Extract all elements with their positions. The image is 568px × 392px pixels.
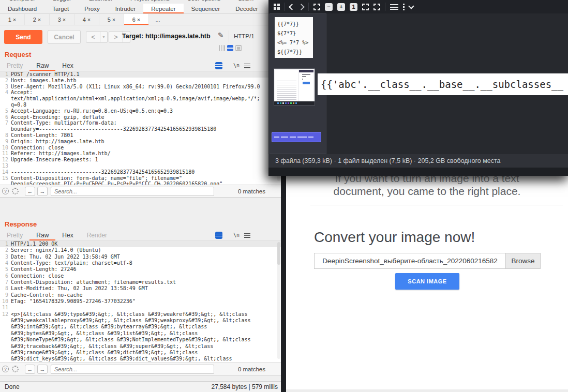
code-line: 8Content-Length: 7801: [0, 132, 281, 139]
fullscreen-icon[interactable]: [373, 4, 380, 10]
request-tab-raw[interactable]: Raw: [29, 61, 55, 71]
convert-heading: Convert your image now!: [314, 229, 475, 246]
fit-window-icon[interactable]: [313, 4, 320, 10]
burp-window: Comparer Logger Extender Project options…: [0, 0, 281, 392]
repeater-tab-more[interactable]: ...: [149, 14, 167, 25]
response-match-count: 0 matches: [238, 366, 265, 372]
tab-target[interactable]: Target: [44, 4, 77, 13]
thumbnail-ssti-payloads-file[interactable]: {{7*7}} ${7*7} <%= 7*7 %> ${{7*7}}: [275, 17, 313, 58]
response-tab-hex[interactable]: Hex: [55, 230, 80, 240]
folder-view-icon[interactable]: [390, 4, 398, 10]
tab-user-options[interactable]: User options: [178, 0, 230, 2]
layout-rows-button[interactable]: [227, 45, 233, 51]
next-image-icon[interactable]: [298, 4, 305, 10]
request-search-input[interactable]: [51, 187, 214, 196]
http-version-selector[interactable]: HTTP/1: [234, 33, 255, 39]
inspector-toggle-icon[interactable]: [215, 62, 222, 69]
search-prev-button[interactable]: ←: [25, 365, 35, 374]
thumbnail-selected-text-file[interactable]: [272, 132, 321, 142]
inspector-toggle-icon[interactable]: [215, 232, 222, 239]
response-tab-raw[interactable]: Raw: [29, 230, 55, 240]
zoom-original-icon[interactable]: 1: [350, 3, 357, 11]
request-tab-hex[interactable]: Hex: [55, 61, 80, 71]
repeater-tab-2[interactable]: 2 ×: [25, 14, 50, 25]
file-upload-field[interactable]: DeepinScreenshot_выберите-область_202206…: [314, 253, 541, 269]
response-scrollbar[interactable]: [277, 242, 280, 359]
show-newlines-icon[interactable]: \n: [233, 63, 240, 68]
response-editor[interactable]: 1HTTP/1.1 200 OK 2Server: nginx/1.14.0 (…: [0, 241, 281, 363]
history-back-button[interactable]: <: [86, 31, 100, 43]
tab-logger[interactable]: Logger: [44, 0, 80, 2]
fit-width-icon[interactable]: [362, 4, 369, 10]
editor-menu-icon[interactable]: [244, 233, 250, 238]
response-search-input[interactable]: [51, 365, 214, 374]
repeater-tab-6[interactable]: 6 ×: [124, 14, 149, 25]
tab-extender[interactable]: Extender: [80, 0, 122, 2]
tab-decoder[interactable]: Decoder: [228, 4, 265, 13]
search-next-button[interactable]: →: [37, 187, 48, 196]
thumbnail-screenshot-image[interactable]: [274, 68, 315, 105]
code-line: 13: [0, 163, 281, 169]
code-line: &#39;dict_keys&#39;&gt;, &lt;class &#39;…: [0, 356, 281, 362]
scan-image-button[interactable]: SCAN IMAGE: [395, 273, 459, 290]
search-next-button[interactable]: →: [37, 365, 48, 374]
previous-image-icon[interactable]: [289, 4, 295, 10]
status-metrics-label: 27,584 bytes | 579 millis: [211, 383, 278, 390]
repeater-tab-3[interactable]: 3 ×: [50, 14, 74, 25]
toolbar-separator: [385, 3, 385, 11]
response-tab-render[interactable]: Render: [80, 230, 114, 240]
search-settings-gear-icon[interactable]: [12, 366, 19, 372]
tab-comparer[interactable]: Comparer: [0, 0, 44, 2]
edit-target-pencil-icon[interactable]: ✎: [218, 31, 224, 39]
tab-dashboard[interactable]: Dashboard: [0, 4, 44, 13]
chevron-down-icon[interactable]: [408, 3, 414, 9]
request-editor[interactable]: 1POST /scanner HTTP/1.1 2Host: images.la…: [0, 71, 281, 185]
browser-page: If you want to turn an image into a text…: [281, 171, 568, 392]
repeater-tab-4[interactable]: 4 ×: [74, 14, 99, 25]
code-line: 11Referer: http://images.late.htb/: [0, 150, 281, 157]
more-options-kebab-icon[interactable]: [403, 4, 405, 10]
send-button[interactable]: Send: [4, 30, 42, 44]
code-line: &#39;NoneType&#39;&gt;, &lt;class &#39;N…: [0, 337, 281, 343]
history-forward-button[interactable]: >: [109, 31, 123, 43]
tab-proxy[interactable]: Proxy: [77, 4, 107, 13]
files-summary-label: 3 файла (359,3 kB) · 1 файл выделен (7,5…: [268, 157, 501, 164]
search-help-icon[interactable]: ?: [2, 188, 9, 194]
code-line: 12<p>[&lt;class &#39;type&#39;&gt;, &lt;…: [0, 311, 281, 318]
repeater-tab-1[interactable]: 1 ×: [0, 14, 25, 25]
page-footer-strip: [286, 389, 568, 392]
history-back-dropdown-icon[interactable]: ▼: [100, 31, 108, 43]
show-newlines-icon[interactable]: \n: [233, 232, 240, 238]
target-url-label: Target: http://images.late.htb: [122, 33, 211, 40]
viewer-status-bar: 3 файла (359,3 kB) · 1 файл выделен (7,5…: [268, 154, 568, 168]
zoom-out-icon[interactable]: −: [325, 3, 333, 11]
tab-project-options[interactable]: Project options: [122, 0, 178, 2]
zoom-in-icon[interactable]: +: [337, 3, 345, 11]
layout-columns-button[interactable]: [219, 45, 225, 51]
cancel-button[interactable]: Cancel: [48, 30, 81, 44]
burp-main-tabrow: Dashboard Target Proxy Intruder Repeater…: [0, 4, 281, 14]
request-tab-pretty[interactable]: Pretty: [0, 61, 29, 71]
code-line: text/html,application/xhtml+xml,applicat…: [0, 96, 281, 102]
code-line: &#39;bytes&#39;&gt;, &lt;class &#39;list…: [0, 330, 281, 337]
code-line: &#39;int&#39;&gt;, &lt;class &#39;bytear…: [0, 324, 281, 330]
tab-learn[interactable]: Learn: [230, 0, 262, 2]
code-line: 9Origin: http://images.late.htb: [0, 139, 281, 145]
tab-intruder[interactable]: Intruder: [108, 4, 144, 13]
repeater-tab-5[interactable]: 5 ×: [99, 14, 124, 25]
thumbnail-grid-icon[interactable]: [274, 4, 280, 10]
tab-repeater[interactable]: Repeater: [143, 4, 183, 13]
tab-sequencer[interactable]: Sequencer: [184, 4, 228, 13]
search-settings-gear-icon[interactable]: [12, 188, 19, 194]
editor-menu-icon[interactable]: [244, 64, 250, 68]
large-text-preview[interactable]: {{'abc'.__class__.__base__.__subclasses_…: [318, 73, 568, 95]
code-line: 4Content-Type: text/plain; charset=utf-8: [0, 260, 281, 266]
code-line: 6Connection: close: [0, 273, 281, 279]
toolbar-separator: [285, 3, 285, 11]
search-prev-button[interactable]: ←: [25, 187, 35, 196]
layout-tabs-button[interactable]: [235, 45, 242, 51]
search-help-icon[interactable]: ?: [2, 366, 9, 372]
response-tab-pretty[interactable]: Pretty: [0, 230, 29, 240]
request-title: Request: [5, 51, 31, 58]
browse-button[interactable]: Browse: [505, 253, 540, 268]
